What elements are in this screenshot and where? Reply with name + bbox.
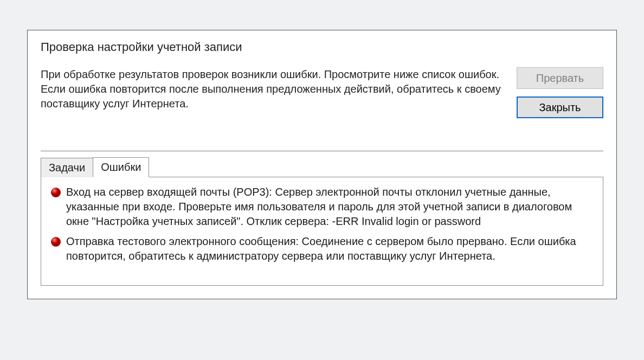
- tab-tasks[interactable]: Задачи: [41, 158, 93, 177]
- error-item: Отправка тестового электронного сообщени…: [51, 234, 593, 263]
- tab-errors[interactable]: Ошибки: [93, 157, 149, 177]
- close-button[interactable]: Закрыть: [517, 97, 603, 118]
- dialog-body: При обработке результатов проверок возни…: [28, 63, 616, 118]
- divider: [41, 151, 603, 151]
- tabs: Задачи Ошибки: [41, 157, 603, 177]
- dialog-buttons: Прервать Закрыть: [517, 67, 603, 118]
- error-item: Вход на сервер входящей почты (POP3): Се…: [51, 185, 593, 229]
- account-test-dialog: Проверка настройки учетной записи При об…: [27, 30, 617, 299]
- errors-panel: Вход на сервер входящей почты (POP3): Се…: [41, 177, 603, 286]
- error-icon: [51, 188, 61, 197]
- error-text: Отправка тестового электронного сообщени…: [66, 234, 593, 263]
- abort-button: Прервать: [517, 67, 603, 89]
- error-icon: [51, 237, 61, 247]
- dialog-title: Проверка настройки учетной записи: [28, 30, 616, 63]
- error-text: Вход на сервер входящей почты (POP3): Се…: [66, 185, 593, 229]
- dialog-message: При обработке результатов проверок возни…: [41, 67, 506, 111]
